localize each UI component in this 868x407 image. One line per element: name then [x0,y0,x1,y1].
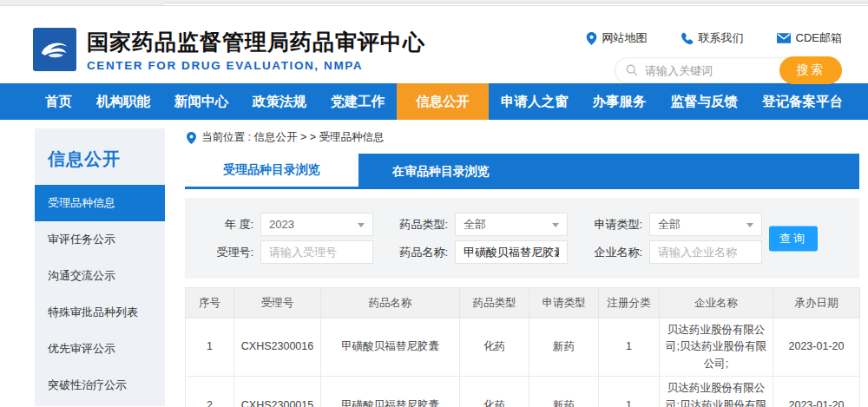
search-input[interactable] [638,64,779,77]
nav-item-9[interactable]: 监督与反馈 [659,83,751,120]
table-cell: 贝达药业股份有限公司;贝达药业股份有限公司; [660,377,773,407]
acceptance-no-label: 受理号: [198,245,253,260]
contact-label: 联系我们 [699,30,744,46]
nav-item-6[interactable]: 信息公开 [397,83,489,120]
column-header: 注册分类 [599,288,660,318]
drug-type-label: 药品类型: [392,217,448,233]
table-cell: 新药 [529,377,599,407]
column-header: 申请类型 [529,288,599,318]
table-row: 1CXHS2300016甲磺酸贝福替尼胶囊化药新药1贝达药业股份有限公司;贝达药… [186,318,860,377]
drug-type-value: 全部 [464,217,486,233]
tab-under-review-catalog[interactable]: 在审品种目录浏览 [358,154,523,189]
browser-edge-strip [0,0,868,6]
sitemap-link[interactable]: 网站地图 [586,30,648,46]
table-cell: 新药 [529,318,599,377]
sidebar-item-2[interactable]: 审评任务公示 [35,221,165,258]
nav-item-7[interactable]: 申请人之窗 [489,83,581,120]
table-cell: 2023-01-20 [773,318,860,377]
main-panel: 当前位置 : 信息公开 > > 受理品种信息 受理品种目录浏览 在审品种目录浏览… [185,128,859,407]
sidebar-item-4[interactable]: 特殊审批品种列表 [35,294,165,331]
sitemap-label: 网站地图 [602,30,648,46]
results-table: 序号受理号药品名称药品类型申请类型注册分类企业名称承办日期 1CXHS23000… [185,287,860,407]
drug-name-input[interactable] [455,240,568,264]
table-cell: 2023-01-20 [773,377,860,407]
cde-logo [33,28,76,71]
search-button[interactable]: 搜索 [779,56,842,84]
tab-accepted-catalog[interactable]: 受理品种目录浏览 [185,154,358,187]
company-input[interactable] [649,240,762,264]
table-cell: 1 [599,377,660,407]
year-select[interactable]: 2023 [260,213,373,236]
nav-item-1[interactable]: 首页 [33,83,84,120]
table-cell: 1 [599,318,660,377]
breadcrumb-text: 当前位置 : 信息公开 > > 受理品种信息 [201,130,384,145]
filter-row-2: 受理号: 药品名称: 企业名称: [198,240,846,264]
column-header: 受理号 [234,288,321,318]
swan-logo-icon [36,31,73,68]
filter-row-1: 年 度: 2023 药品类型: 全部 申请类型: 全部 [198,213,846,236]
mailbox-label: CDE邮箱 [796,30,842,46]
apply-type-value: 全部 [658,217,681,233]
table-row: 2CXHS2300015甲磺酸贝福替尼胶囊化药新药1贝达药业股份有限公司;贝达药… [186,377,860,407]
sidebar-item-7[interactable]: 三合一序列公示 [35,404,165,407]
sidebar-item-5[interactable]: 优先审评公示 [35,331,165,367]
site-subtitle: CENTER FOR DRUG EVALUATION, NMPA [87,59,425,72]
filter-panel: 年 度: 2023 药品类型: 全部 申请类型: 全部 [185,198,859,279]
table-header-row: 序号受理号药品名称药品类型申请类型注册分类企业名称承办日期 [186,288,860,318]
mailbox-link[interactable]: CDE邮箱 [777,30,842,46]
column-header: 药品类型 [460,288,529,318]
year-filter: 年 度: 2023 [198,213,373,236]
search-icon [626,64,638,76]
nav-item-10[interactable]: 登记备案平台 [750,83,855,120]
drug-name-label: 药品名称: [392,245,448,260]
company-label: 企业名称: [587,245,642,260]
phone-icon [681,32,694,45]
column-header: 药品名称 [321,288,460,318]
apply-type-select[interactable]: 全部 [649,213,762,236]
tab-bar: 受理品种目录浏览 在审品种目录浏览 [185,154,859,189]
apply-type-label: 申请类型: [587,217,642,233]
breadcrumb: 当前位置 : 信息公开 > > 受理品种信息 [185,128,859,154]
table-cell: 化药 [460,318,529,377]
site-search: 搜索 [615,57,842,83]
query-button[interactable]: 查询 [769,226,818,251]
main-nav: 首页机构职能新闻中心政策法规党建工作信息公开申请人之窗办事服务监督与反馈登记备案… [0,83,868,120]
sidebar-item-6[interactable]: 突破性治疗公示 [35,367,165,404]
sidebar-item-1[interactable]: 受理品种信息 [35,185,165,221]
chevron-down-icon [552,223,559,227]
mail-icon [777,33,791,43]
company-filter: 企业名称: [587,240,762,264]
drug-type-select[interactable]: 全部 [455,213,568,236]
nav-item-5[interactable]: 党建工作 [319,83,397,120]
title-block: 国家药品监督管理局药品审评中心 CENTER FOR DRUG EVALUATI… [87,29,425,72]
apply-type-filter: 申请类型: 全部 [587,213,762,236]
sidebar: 信息公开 受理品种信息审评任务公示沟通交流公示特殊审批品种列表优先审评公示突破性… [35,128,165,406]
site-header: 国家药品监督管理局药品审评中心 CENTER FOR DRUG EVALUATI… [0,6,868,83]
top-links: 网站地图 联系我们 CDE邮箱 [586,30,842,46]
table-cell: 甲磺酸贝福替尼胶囊 [321,318,460,377]
table-cell: 贝达药业股份有限公司;贝达药业股份有限公司; [660,318,773,377]
chevron-down-icon [358,223,365,227]
column-header: 企业名称 [660,288,773,318]
table-cell: CXHS2300015 [234,377,321,407]
sidebar-title: 信息公开 [35,128,165,185]
nav-item-8[interactable]: 办事服务 [581,83,659,120]
drug-name-filter: 药品名称: [392,240,568,264]
table-cell: 2 [186,377,234,407]
acceptance-no-filter: 受理号: [198,240,373,264]
acceptance-no-input[interactable] [260,240,373,264]
column-header: 序号 [186,288,234,318]
location-pin-icon [586,32,597,45]
year-label: 年 度: [198,217,253,233]
sidebar-item-3[interactable]: 沟通交流公示 [35,258,165,294]
nav-item-4[interactable]: 政策法规 [240,83,319,120]
drug-type-filter: 药品类型: 全部 [392,213,568,236]
table-cell: 1 [186,318,234,377]
site-title: 国家药品监督管理局药品审评中心 [87,29,425,55]
content-area: 信息公开 受理品种信息审评任务公示沟通交流公示特殊审批品种列表优先审评公示突破性… [0,120,868,406]
contact-link[interactable]: 联系我们 [681,30,744,46]
nav-item-2[interactable]: 机构职能 [84,83,162,120]
column-header: 承办日期 [773,288,860,318]
nav-item-3[interactable]: 新闻中心 [162,83,240,120]
table-cell: 甲磺酸贝福替尼胶囊 [321,377,460,407]
